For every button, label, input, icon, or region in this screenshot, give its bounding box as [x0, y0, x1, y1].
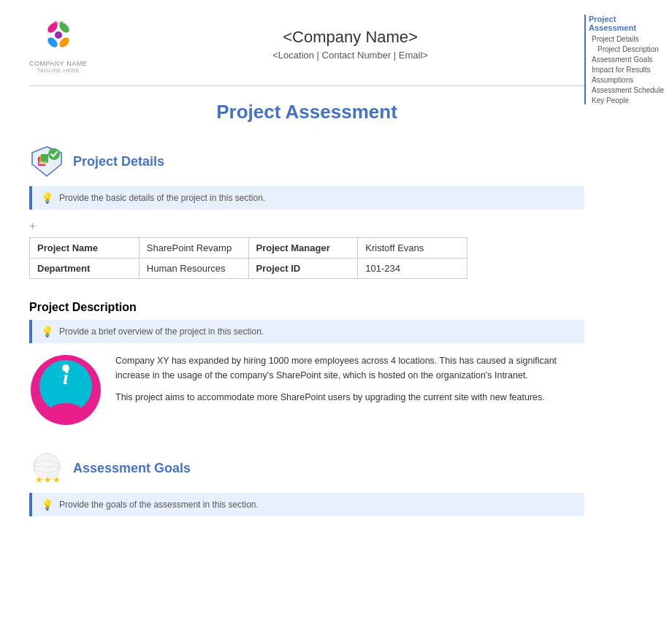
- table-cell-department-label: Department: [30, 259, 140, 279]
- add-row-button[interactable]: +: [29, 220, 36, 233]
- section-title-assessment-goals: Assessment Goals: [73, 461, 191, 476]
- info-circle-icon: i: [29, 353, 102, 426]
- sidebar-item-project-description[interactable]: Project Description: [589, 45, 665, 53]
- main-content: COMPANY NAME TAGLINE HERE <Company Name>…: [0, 0, 614, 639]
- table-cell-department-value: Human Resources: [139, 259, 248, 279]
- assessment-goals-info-box: 💡 Provide the goals of the assessment in…: [29, 493, 584, 516]
- assessment-goals-info-text: Provide the goals of the assessment in t…: [59, 500, 259, 510]
- table-cell-project-id-value: 101-234: [358, 259, 467, 279]
- logo-company-name: COMPANY NAME: [29, 60, 87, 67]
- sidebar-accent-bar: [584, 15, 586, 104]
- svg-point-4: [55, 31, 62, 39]
- svg-text:★: ★: [44, 475, 52, 485]
- project-details-table: Project Name SharePoint Revamp Project M…: [29, 237, 467, 279]
- description-content: i Company XY has expanded by hiring 1000…: [29, 353, 584, 429]
- section-title-project-description: Project Description: [29, 301, 584, 314]
- section-assessment-goals: ★ ★ ★ Assessment Goals 💡 Provide the goa…: [29, 451, 584, 516]
- info-icon-area: i: [29, 353, 102, 429]
- lightbulb-icon-2: 💡: [41, 326, 53, 337]
- table-cell-project-manager-value: Kristoff Evans: [358, 238, 467, 259]
- project-description-info-text: Provide a brief overview of the project …: [59, 326, 264, 337]
- sidebar: Project Assessment Project Details Proje…: [577, 0, 672, 121]
- table-cell-project-name-value: SharePoint Revamp: [139, 238, 248, 259]
- assessment-goals-icon: ★ ★ ★: [29, 451, 64, 486]
- svg-point-11: [48, 148, 60, 160]
- section-project-details: 2024 Project Details 💡 Provide the basic…: [29, 144, 584, 279]
- logo-area: COMPANY NAME TAGLINE HERE: [29, 15, 87, 74]
- project-description-info-box: 💡 Provide a brief overview of the projec…: [29, 320, 584, 343]
- sidebar-nav: Project Assessment Project Details Proje…: [584, 15, 665, 104]
- page-wrapper: Project Assessment Project Details Proje…: [0, 0, 672, 639]
- svg-point-5: [53, 21, 58, 26]
- description-paragraph-1: Company XY has expanded by hiring 1000 m…: [115, 353, 584, 383]
- page-title: Project Assessment: [29, 101, 584, 123]
- table-cell-project-id-label: Project ID: [248, 259, 358, 279]
- company-name: <Company Name>: [116, 28, 584, 47]
- project-details-icon: 2024: [29, 144, 64, 179]
- section-project-description: Project Description 💡 Provide a brief ov…: [29, 301, 584, 429]
- project-details-info-text: Provide the basic details of the project…: [59, 193, 265, 203]
- svg-point-6: [59, 21, 64, 26]
- table-cell-project-manager-label: Project Manager: [248, 238, 358, 259]
- table-cell-project-name-label: Project Name: [30, 238, 140, 259]
- description-text-area: Company XY has expanded by hiring 1000 m…: [115, 353, 584, 429]
- description-paragraph-2: This project aims to accommodate more Sh…: [115, 390, 584, 405]
- company-info: <Company Name> <Location | Contact Numbe…: [116, 28, 584, 61]
- sidebar-item-assessment-goals[interactable]: Assessment Goals: [589, 56, 665, 64]
- svg-text:2024: 2024: [39, 161, 47, 165]
- svg-point-16: [62, 364, 69, 372]
- table-row: Department Human Resources Project ID 10…: [30, 259, 467, 279]
- svg-text:★: ★: [35, 475, 43, 485]
- svg-text:★: ★: [53, 475, 61, 485]
- lightbulb-icon: 💡: [41, 192, 53, 204]
- sidebar-item-assessment-schedule[interactable]: Assessment Schedule: [589, 86, 665, 94]
- sidebar-item-impact-for-results[interactable]: Impact for Results: [589, 66, 665, 74]
- company-contact: <Location | Contact Number | Email>: [116, 50, 584, 61]
- header: COMPANY NAME TAGLINE HERE <Company Name>…: [29, 15, 584, 86]
- logo-tagline: TAGLINE HERE: [37, 67, 80, 74]
- lightbulb-icon-3: 💡: [41, 499, 53, 510]
- company-logo: [37, 15, 80, 58]
- section-header-project-details: 2024 Project Details: [29, 144, 584, 179]
- section-title-project-details: Project Details: [73, 154, 164, 169]
- sidebar-title[interactable]: Project Assessment: [589, 15, 665, 32]
- section-header-assessment-goals: ★ ★ ★ Assessment Goals: [29, 451, 584, 486]
- sidebar-item-project-details[interactable]: Project Details: [589, 35, 665, 43]
- project-details-info-box: 💡 Provide the basic details of the proje…: [29, 186, 584, 210]
- sidebar-item-assumptions[interactable]: Assumptions: [589, 76, 665, 84]
- table-row: Project Name SharePoint Revamp Project M…: [30, 238, 467, 259]
- sidebar-item-key-people[interactable]: Key People: [589, 96, 665, 104]
